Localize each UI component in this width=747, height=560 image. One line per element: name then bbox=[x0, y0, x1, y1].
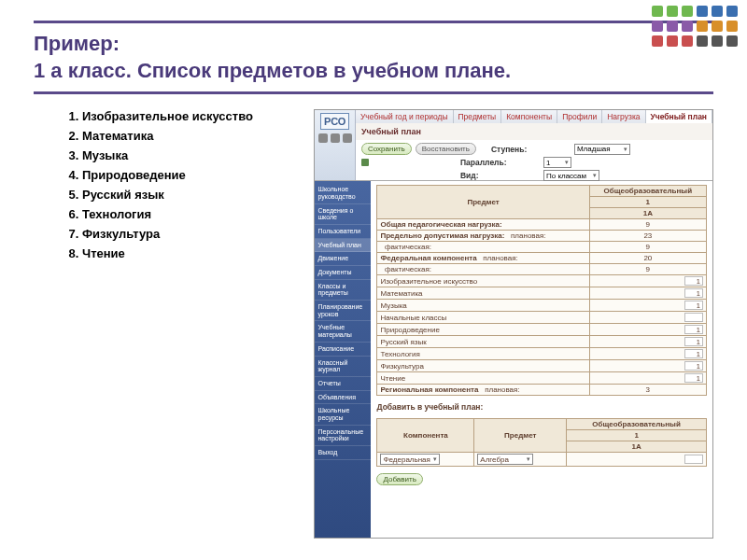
sidebar-item[interactable]: Движение bbox=[315, 252, 371, 266]
main-panel: Предмет Общеобразовательный 1 1А Общая п… bbox=[371, 181, 712, 538]
sidebar-item[interactable]: Учебные материалы bbox=[315, 321, 371, 342]
add-section-label: Добавить в учебный план: bbox=[371, 399, 712, 414]
hours-input[interactable] bbox=[684, 313, 703, 322]
hours-input[interactable]: 1 bbox=[684, 373, 703, 383]
sidebar-item[interactable]: Школьные ресурсы bbox=[315, 404, 371, 425]
sidebar-item[interactable]: Классный журнал bbox=[315, 357, 371, 377]
list-item: Чтение bbox=[82, 246, 303, 260]
excel-icon[interactable] bbox=[361, 159, 369, 166]
sidebar-item[interactable]: Пользователи bbox=[315, 225, 371, 239]
sidebar-item[interactable]: Расписание bbox=[315, 343, 371, 357]
title-line1: Пример: bbox=[34, 32, 120, 55]
col-class: 1А bbox=[589, 208, 706, 219]
list-item: Физкультура bbox=[82, 227, 303, 241]
hours-input[interactable]: 1 bbox=[684, 276, 703, 286]
title-line2: 1 а класс. Список предметов в учебном пл… bbox=[34, 59, 511, 82]
hours-input[interactable]: 1 bbox=[684, 337, 703, 346]
top-tabs: Учебный год и периодыПредметыКомпонентыП… bbox=[356, 110, 712, 123]
forum-icon[interactable] bbox=[343, 133, 352, 143]
stage-select[interactable]: Младшая bbox=[574, 144, 630, 155]
hours-input[interactable]: 1 bbox=[684, 325, 703, 334]
sidebar-item[interactable]: Сведения о школе bbox=[315, 204, 371, 225]
sidebar-item[interactable]: Документы bbox=[315, 266, 371, 280]
hours-input[interactable] bbox=[684, 455, 703, 464]
breadcrumb: Учебный план bbox=[356, 123, 712, 140]
sidebar-item[interactable]: Выход bbox=[315, 446, 371, 460]
app-logo: РСО bbox=[315, 110, 355, 180]
list-item: Русский язык bbox=[82, 188, 303, 202]
list-item: Природоведение bbox=[82, 168, 303, 182]
sidebar-item[interactable]: Объявления bbox=[315, 391, 371, 405]
subject-select[interactable]: Алгебра bbox=[477, 454, 533, 465]
component-select[interactable]: Федеральная bbox=[380, 454, 439, 465]
col-level: 1 bbox=[589, 197, 706, 208]
home-icon[interactable] bbox=[318, 133, 328, 143]
hours-input[interactable]: 1 bbox=[684, 361, 703, 371]
list-item: Изобразительное искусство bbox=[82, 109, 303, 123]
curriculum-table: Предмет Общеобразовательный 1 1А Общая п… bbox=[376, 185, 707, 396]
restore-button[interactable]: Восстановить bbox=[416, 143, 476, 155]
slide-title: Пример: 1 а класс. Список предметов в уч… bbox=[34, 21, 713, 94]
sidebar-item[interactable]: Учебный план bbox=[315, 239, 371, 253]
sidebar-item[interactable]: Отчеты bbox=[315, 377, 371, 391]
col-subject: Предмет bbox=[377, 186, 589, 219]
sidebar-item[interactable]: Персональные настройки bbox=[315, 426, 371, 446]
parallel-select[interactable]: 1 bbox=[543, 157, 571, 168]
hours-input[interactable]: 1 bbox=[684, 288, 703, 298]
tab[interactable]: Учебный год и периоды bbox=[356, 110, 454, 123]
stage-label: Ступень: bbox=[491, 145, 571, 154]
tab[interactable]: Предметы bbox=[454, 110, 502, 123]
sidebar: Школьное руководствоСведения о школеПоль… bbox=[315, 181, 371, 538]
hours-input[interactable]: 1 bbox=[684, 301, 703, 310]
add-table: Компонента Предмет Общеобразовательный 1… bbox=[376, 418, 707, 467]
sidebar-item[interactable]: Планирование уроков bbox=[315, 301, 371, 321]
sidebar-item[interactable]: Школьное руководство bbox=[315, 183, 371, 203]
parallel-label: Параллель: bbox=[460, 158, 540, 167]
list-item: Музыка bbox=[82, 148, 303, 162]
col-group: Общеобразовательный bbox=[589, 186, 706, 197]
subject-list: Изобразительное искусствоМатематикаМузык… bbox=[34, 109, 303, 539]
save-button[interactable]: Сохранить bbox=[361, 143, 412, 155]
view-label: Вид: bbox=[460, 171, 540, 180]
toolbar-icons bbox=[318, 133, 352, 143]
tab[interactable]: Нагрузка bbox=[602, 110, 645, 123]
list-item: Математика bbox=[82, 129, 303, 143]
app-screenshot: РСО Учебный год и периодыПредметыКомпоне… bbox=[314, 109, 713, 539]
tab[interactable]: Профили bbox=[557, 110, 602, 123]
mail-icon[interactable] bbox=[331, 133, 340, 143]
tab[interactable]: Компоненты bbox=[501, 110, 557, 123]
tab[interactable]: Учебный план bbox=[646, 110, 712, 123]
view-select[interactable]: По классам bbox=[543, 170, 599, 181]
hours-input[interactable]: 1 bbox=[684, 349, 703, 358]
list-item: Технология bbox=[82, 207, 303, 221]
decorative-dots bbox=[652, 6, 738, 47]
sidebar-item[interactable]: Классы и предметы bbox=[315, 280, 371, 301]
add-button[interactable]: Добавить bbox=[376, 473, 422, 485]
